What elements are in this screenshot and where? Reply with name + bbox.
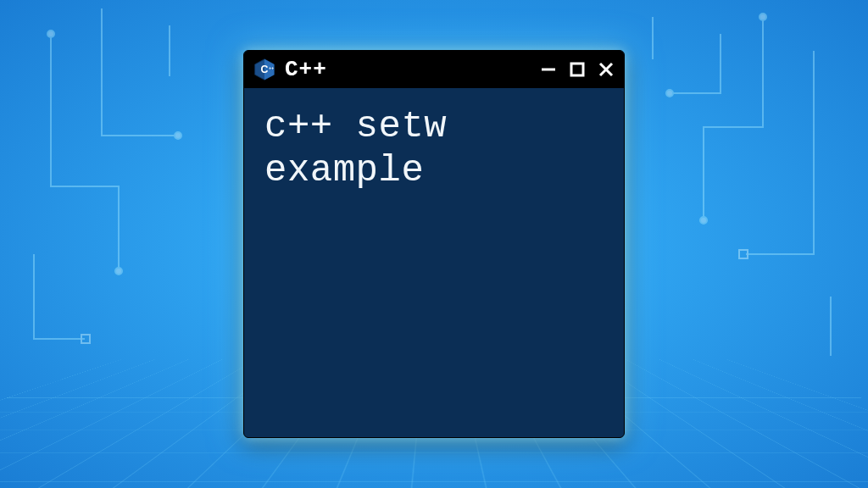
cpp-icon: C + + (253, 58, 276, 81)
close-button[interactable] (597, 60, 615, 79)
svg-point-2 (175, 132, 181, 139)
svg-rect-14 (571, 64, 583, 75)
svg-point-0 (47, 30, 54, 37)
terminal-window: C + + C++ c++ setw example (243, 50, 625, 438)
window-title: C++ (285, 57, 531, 82)
svg-rect-6 (739, 250, 748, 258)
svg-text:+: + (271, 66, 274, 70)
svg-point-1 (115, 268, 122, 274)
minimize-button[interactable] (539, 60, 558, 79)
svg-text:+: + (269, 66, 271, 70)
content-line-2: example (264, 149, 604, 193)
svg-rect-3 (81, 335, 90, 343)
svg-point-7 (666, 90, 673, 97)
svg-text:C: C (261, 64, 269, 75)
content-line-1: c++ setw (264, 105, 604, 149)
svg-point-4 (760, 14, 766, 20)
titlebar: C + + C++ (244, 51, 624, 88)
svg-point-5 (700, 217, 707, 224)
window-controls (539, 60, 615, 79)
maximize-button[interactable] (568, 60, 587, 79)
terminal-content: c++ setw example (244, 88, 624, 210)
